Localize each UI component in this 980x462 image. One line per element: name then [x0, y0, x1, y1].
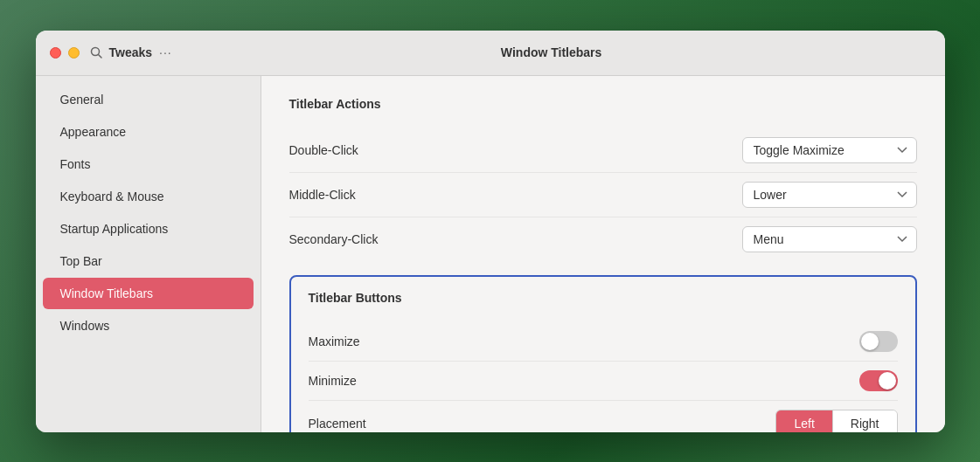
app-title: Tweaks: [109, 45, 153, 59]
middle-click-label: Middle-Click: [289, 188, 356, 202]
titlebar: Tweaks ··· Window Titlebars: [36, 31, 945, 76]
app-window: Tweaks ··· Window Titlebars General Appe…: [36, 31, 945, 432]
main-content: Titlebar Actions Double-Click Toggle Max…: [261, 76, 945, 432]
placement-row: Placement Left Right: [309, 401, 898, 432]
maximize-row: Maximize: [309, 322, 898, 362]
minimize-toggle[interactable]: [859, 370, 898, 391]
close-button[interactable]: [50, 47, 61, 59]
menu-button[interactable]: ···: [159, 45, 172, 59]
placement-label: Placement: [309, 417, 366, 431]
sidebar: General Appearance Fonts Keyboard & Mous…: [36, 76, 261, 432]
minimize-thumb: [879, 372, 896, 390]
window-title: Window Titlebars: [172, 45, 931, 59]
sidebar-item-startup-applications[interactable]: Startup Applications: [43, 213, 254, 245]
content-area: General Appearance Fonts Keyboard & Mous…: [36, 76, 945, 432]
sidebar-item-general[interactable]: General: [43, 84, 254, 115]
maximize-track[interactable]: [859, 331, 898, 352]
titlebar-actions-title: Titlebar Actions: [289, 97, 917, 111]
maximize-label: Maximize: [309, 334, 360, 348]
middle-click-select[interactable]: Lower Minimize None: [742, 182, 917, 208]
sidebar-item-top-bar[interactable]: Top Bar: [43, 245, 254, 277]
sidebar-item-appearance[interactable]: Appearance: [43, 116, 254, 148]
secondary-click-row: Secondary-Click Menu None: [289, 217, 917, 261]
placement-left-button[interactable]: Left: [776, 410, 831, 432]
maximize-thumb: [861, 333, 879, 350]
titlebar-actions-section: Titlebar Actions Double-Click Toggle Max…: [289, 97, 917, 261]
svg-line-1: [98, 55, 101, 59]
minimize-track[interactable]: [859, 370, 898, 391]
secondary-click-select[interactable]: Menu None: [742, 226, 917, 252]
sidebar-item-window-titlebars[interactable]: Window Titlebars: [43, 278, 254, 309]
double-click-select[interactable]: Toggle Maximize Toggle Shade Toggle Mini…: [742, 137, 917, 163]
sidebar-item-keyboard-mouse[interactable]: Keyboard & Mouse: [43, 181, 254, 212]
traffic-lights: [50, 47, 80, 59]
placement-buttons: Left Right: [775, 410, 897, 432]
middle-click-row: Middle-Click Lower Minimize None: [289, 173, 917, 217]
placement-right-button[interactable]: Right: [833, 410, 897, 432]
secondary-click-label: Secondary-Click: [289, 232, 379, 246]
minimize-button[interactable]: [68, 47, 80, 59]
titlebar-buttons-section: Titlebar Buttons Maximize Minimize: [289, 275, 917, 432]
maximize-toggle[interactable]: [859, 331, 898, 352]
double-click-label: Double-Click: [289, 143, 358, 157]
sidebar-item-fonts[interactable]: Fonts: [43, 148, 254, 180]
titlebar-buttons-title: Titlebar Buttons: [309, 291, 898, 305]
search-button[interactable]: [90, 46, 102, 59]
sidebar-item-windows[interactable]: Windows: [43, 310, 254, 341]
double-click-row: Double-Click Toggle Maximize Toggle Shad…: [289, 128, 917, 173]
minimize-label: Minimize: [309, 374, 357, 388]
minimize-row: Minimize: [309, 362, 898, 401]
